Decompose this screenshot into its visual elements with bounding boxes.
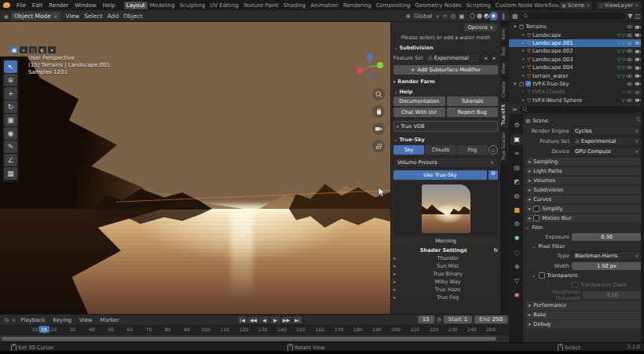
properties-tab-view-layer[interactable]: ▤ [510, 162, 523, 173]
feature-set-dropdown[interactable]: ⚠ Experimental∨ [572, 137, 642, 146]
playback-button[interactable]: ◀◀ [248, 316, 258, 323]
properties-section[interactable]: Bake [525, 311, 642, 319]
expand-arrow-icon[interactable] [514, 24, 519, 30]
expand-arrow-icon[interactable] [521, 64, 527, 71]
sidebar-tab[interactable]: Create [500, 78, 509, 100]
outliner-row-tvfx-world-sphere[interactable]: ▢ ▽ tVFX-World Sphere ▽ [509, 97, 644, 104]
true-sky-panel-header[interactable]: True-Sky [393, 137, 498, 143]
wireframe-shading-icon[interactable] [470, 13, 475, 19]
refresh-icon[interactable]: ↻ [493, 247, 498, 254]
properties-tab-world[interactable]: ◍ [510, 190, 523, 202]
outliner-row-terrains[interactable]: ▢ ▽ Terrains [509, 23, 644, 31]
workspace-tab[interactable]: Modeling [148, 2, 177, 9]
expand-arrow-icon[interactable] [521, 40, 527, 46]
outliner-filter-icon[interactable]: ▦ [512, 13, 518, 20]
properties-editor-icon[interactable]: ≡ [512, 106, 518, 113]
outliner-row-terrain-water[interactable]: ▢ ▽ terrain_water ▽▽ [509, 71, 644, 79]
properties-tab-modifiers[interactable]: ⚙ [510, 218, 523, 230]
workspace-tab[interactable]: Geometry Nodes [413, 2, 464, 9]
properties-tab-material[interactable]: ◉ [510, 289, 523, 301]
properties-tab-data[interactable]: ▽ [510, 275, 523, 286]
viewport-menu-item[interactable]: Select [82, 13, 104, 20]
use-true-sky-button[interactable]: Use True-Sky [393, 170, 487, 180]
properties-section[interactable]: Debug [525, 320, 642, 329]
tool-button-select-box[interactable]: ↖ [4, 60, 17, 73]
playback-button[interactable]: ◀ [259, 316, 269, 323]
playback-button[interactable]: ▶| [292, 316, 302, 323]
transparent-header[interactable]: Transparent [525, 272, 642, 280]
viewport-menu-item[interactable]: Object [121, 13, 145, 20]
mini-icon-editor-type[interactable]: ▦ [10, 46, 18, 53]
feature-set-dropdown[interactable]: ⚠ Experimental [425, 53, 481, 63]
help-panel-header[interactable]: Help [393, 89, 498, 95]
help-button[interactable]: Report Bug [447, 108, 499, 117]
properties-search-input[interactable] [520, 106, 641, 113]
properties-section[interactable]: Light Paths [525, 167, 642, 176]
close-icon[interactable]: ✕ [635, 2, 639, 8]
sidebar-tab[interactable]: True Scatter [500, 129, 509, 163]
workspace-tab[interactable]: Texture Paint [241, 2, 281, 9]
expand-arrow-icon[interactable] [521, 48, 527, 54]
properties-tab-physics[interactable]: ◌ [510, 246, 523, 258]
properties-section[interactable]: Simplify [525, 205, 642, 213]
shader-setting-row[interactable]: Milky Way [393, 278, 498, 285]
outliner-row-landscape[interactable]: ▢ ▽ Landscape ▽▽ [509, 31, 644, 38]
help-button[interactable]: Documentation [393, 97, 445, 106]
workspace-tab[interactable]: Animation [308, 2, 341, 9]
pivot-point-icon[interactable]: ▣ [459, 13, 464, 20]
eye-icon[interactable] [625, 65, 634, 70]
mini-icon-shading-preview[interactable]: ◐ [38, 46, 46, 53]
tool-button-scale[interactable]: ▣ [4, 114, 17, 126]
mini-icon-overlay[interactable]: ◫ [29, 46, 37, 53]
close-icon[interactable]: ✕ [586, 2, 590, 8]
pan-view-icon[interactable] [372, 105, 385, 118]
exposure-field[interactable]: 0.30 [572, 233, 642, 241]
eye-icon[interactable] [625, 41, 634, 46]
outliner-row-tvfx-clouds[interactable]: ▢ ▽ tVFX-Clouds ▽ [509, 88, 644, 96]
viewlayer-selector[interactable]: ◫ ViewLayer ✕ [596, 2, 641, 9]
modifier-icon[interactable]: ▽ [617, 32, 621, 38]
mini-icon-gizmo[interactable]: + [20, 46, 27, 53]
expand-arrow-icon[interactable] [521, 73, 527, 79]
frame-end-field[interactable]: End250 [474, 316, 507, 323]
collection-checkbox[interactable]: ✓ [525, 81, 531, 86]
timeline-menu-item[interactable]: Keying [51, 317, 73, 323]
menu-item[interactable]: Render [46, 2, 71, 9]
workspace-tab[interactable]: UV Editing [207, 2, 241, 9]
solid-shading-icon[interactable] [477, 13, 482, 19]
timeline-menu-item[interactable]: View [78, 317, 94, 323]
shader-setting-row[interactable]: True Binary [393, 270, 498, 277]
tool-button-rotate[interactable]: ↻ [4, 100, 17, 113]
display-options-icon[interactable]: ◫ [635, 13, 641, 20]
eye-icon[interactable] [625, 74, 634, 78]
tool-button-cursor[interactable]: ⊕ [4, 74, 17, 86]
properties-tab-object[interactable]: ■ [510, 204, 523, 216]
properties-section[interactable]: Sampling [525, 158, 642, 166]
eye-icon[interactable] [625, 89, 634, 94]
preset-preview-image[interactable] [422, 184, 470, 233]
gear-icon[interactable]: ⚙ [488, 170, 498, 180]
workspace-tab[interactable]: Layout [124, 2, 148, 9]
timeline-editor-icon[interactable]: ◷ [4, 317, 9, 323]
workspace-tab[interactable]: Scripting [464, 2, 493, 9]
shader-setting-row[interactable]: True Haze [393, 286, 498, 293]
menu-item[interactable]: Help [100, 2, 119, 9]
overlays-icon[interactable]: ‖ [502, 13, 505, 20]
blender-logo-icon[interactable] [3, 2, 10, 8]
help-button[interactable]: Chat With Us! [393, 108, 445, 117]
perspective-toggle-icon[interactable] [372, 140, 385, 152]
properties-tab-scene[interactable]: ◩ [510, 176, 523, 188]
modifier-icon[interactable]: ▽ [617, 73, 621, 78]
zoom-view-icon[interactable] [372, 88, 385, 100]
navigation-gizmo-icon[interactable] [353, 50, 386, 83]
sidebar-tab[interactable]: Item [500, 26, 509, 43]
timeline-menu-item[interactable]: Marker [99, 317, 121, 323]
properties-section[interactable]: Volumes [525, 177, 642, 185]
device-dropdown[interactable]: GPU Compute∨ [572, 147, 642, 156]
tool-button-measure[interactable]: ∠ [4, 154, 17, 166]
funnel-filter-icon[interactable]: ▼ [628, 13, 632, 20]
tool-button-annotate[interactable]: ✎ [4, 141, 17, 153]
section-checkbox[interactable] [533, 206, 540, 212]
outliner-row-landscape-003[interactable]: ▢ ▽ Landscape.003 ▽▽ [509, 56, 644, 64]
rendered-shading-icon[interactable] [491, 13, 496, 19]
